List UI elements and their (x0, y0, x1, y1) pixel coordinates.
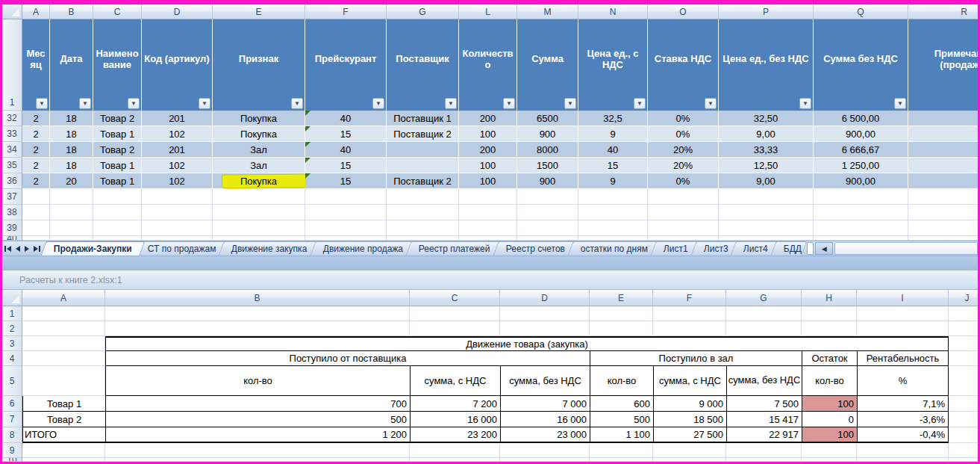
cell[interactable] (949, 458, 978, 462)
cell[interactable] (105, 443, 410, 458)
cell[interactable] (653, 443, 726, 458)
cell[interactable] (305, 236, 387, 241)
cell[interactable] (857, 306, 949, 321)
remainder-warning-cell[interactable]: 100 (802, 396, 857, 412)
filter-dropdown-icon[interactable]: ▼ (199, 98, 210, 109)
filter-dropdown-icon[interactable]: ▼ (564, 98, 576, 109)
row-header[interactable]: 32 (2, 111, 22, 126)
cell[interactable] (648, 220, 719, 236)
cell[interactable] (22, 220, 50, 236)
value-cell[interactable]: 7 500 (726, 396, 802, 412)
table-column-header[interactable]: Наименование▼ (93, 19, 142, 111)
cell[interactable]: 32,50 (719, 111, 814, 126)
cell[interactable] (22, 351, 105, 366)
cell[interactable]: 1500 (517, 158, 578, 173)
select-all-corner[interactable] (2, 4, 22, 19)
column-header-F[interactable]: F (653, 290, 726, 306)
cell[interactable]: 18 (50, 158, 93, 173)
cell[interactable] (949, 351, 978, 366)
cell[interactable] (517, 189, 578, 205)
group-header-cell[interactable]: Поступило в зал (590, 351, 802, 366)
cell[interactable] (653, 306, 726, 321)
cell[interactable]: 200 (459, 111, 517, 126)
cell[interactable] (105, 321, 410, 336)
row-header[interactable]: 9 (2, 443, 22, 458)
cell[interactable] (93, 205, 142, 220)
filter-dropdown-icon[interactable]: ▼ (894, 98, 906, 109)
cell[interactable]: 15 (305, 126, 387, 142)
sheet-tab-2[interactable]: СТ по продажам (134, 241, 229, 256)
column-header-B[interactable]: B (50, 4, 93, 19)
cell[interactable] (387, 189, 459, 205)
cell[interactable] (105, 306, 410, 321)
sub-header-cell[interactable]: кол-во (802, 366, 857, 396)
cell[interactable] (459, 189, 517, 205)
cell[interactable] (814, 236, 908, 241)
column-header-D[interactable]: D (500, 290, 590, 306)
cell[interactable]: 2 (22, 173, 50, 189)
table-column-header[interactable]: Дата▼ (50, 19, 93, 111)
column-header-L[interactable]: L (459, 4, 517, 19)
cell[interactable] (949, 336, 978, 351)
cell[interactable]: 900 (517, 173, 578, 189)
cell[interactable] (908, 236, 978, 241)
cell[interactable] (949, 412, 978, 427)
sub-header-cell[interactable]: % (857, 366, 949, 396)
row-header[interactable]: 4 (2, 351, 22, 366)
value-cell[interactable]: 0 (802, 412, 857, 427)
total-value-cell[interactable]: 1 100 (590, 427, 653, 443)
value-cell[interactable]: 16 000 (500, 412, 590, 427)
cell[interactable]: 9 (578, 173, 648, 189)
row-header[interactable]: 3 (2, 336, 22, 351)
cell[interactable]: 200 (459, 142, 517, 158)
row-header[interactable]: 35 (2, 158, 22, 173)
cell[interactable]: 100 (459, 158, 517, 173)
table-column-header[interactable]: Поставщик▼ (387, 19, 459, 111)
group-header-cell[interactable]: Поступило от поставщика (105, 351, 590, 366)
row-header[interactable]: 33 (2, 126, 22, 142)
cell[interactable] (50, 205, 93, 220)
cell[interactable]: 0% (648, 126, 719, 142)
cell[interactable] (105, 458, 410, 462)
cell[interactable] (719, 205, 814, 220)
value-cell[interactable]: 7,1% (857, 396, 949, 412)
cell[interactable]: Зал (213, 158, 305, 173)
cell[interactable] (22, 458, 105, 462)
row-header[interactable]: 5 (2, 366, 22, 396)
cell[interactable] (410, 458, 500, 462)
cell[interactable] (387, 158, 459, 173)
cell[interactable] (802, 458, 857, 462)
cell[interactable] (648, 236, 719, 241)
sheet-tab-4[interactable]: Движение продажа (310, 241, 416, 256)
value-cell[interactable]: 500 (105, 412, 410, 427)
cell[interactable]: 102 (142, 173, 213, 189)
sheet-tab-6[interactable]: Реестр счетов (493, 241, 578, 256)
cell[interactable] (802, 321, 857, 336)
cell[interactable]: Поставщик 1 (387, 111, 459, 126)
cell[interactable] (908, 142, 978, 158)
cell[interactable]: 2 (22, 142, 50, 158)
cell[interactable]: Зал (213, 142, 305, 158)
cell[interactable] (517, 220, 578, 236)
row-header[interactable]: 37 (2, 189, 22, 205)
cell[interactable] (949, 366, 978, 396)
cell[interactable] (387, 236, 459, 241)
cell[interactable]: 2 (22, 126, 50, 142)
row-header[interactable]: 7 (2, 412, 22, 427)
cell[interactable]: Товар 1 (93, 158, 142, 173)
cell[interactable] (387, 142, 459, 158)
cell[interactable] (459, 220, 517, 236)
column-header-A[interactable]: A (22, 290, 105, 306)
row-header[interactable]: 39 (2, 220, 22, 236)
cell[interactable] (908, 173, 978, 189)
sheet-tab-1[interactable]: Продажи-Закупки (41, 241, 146, 256)
filter-dropdown-icon[interactable]: ▼ (372, 98, 384, 109)
cell[interactable] (500, 306, 590, 321)
cell[interactable]: 9,00 (719, 173, 814, 189)
cell[interactable] (410, 306, 500, 321)
row-header[interactable]: 6 (2, 396, 22, 412)
cell[interactable] (387, 205, 459, 220)
table-column-header[interactable]: Примечание (продажа)▼ (908, 19, 978, 111)
cell[interactable] (578, 220, 648, 236)
value-cell[interactable]: 18 500 (653, 412, 726, 427)
